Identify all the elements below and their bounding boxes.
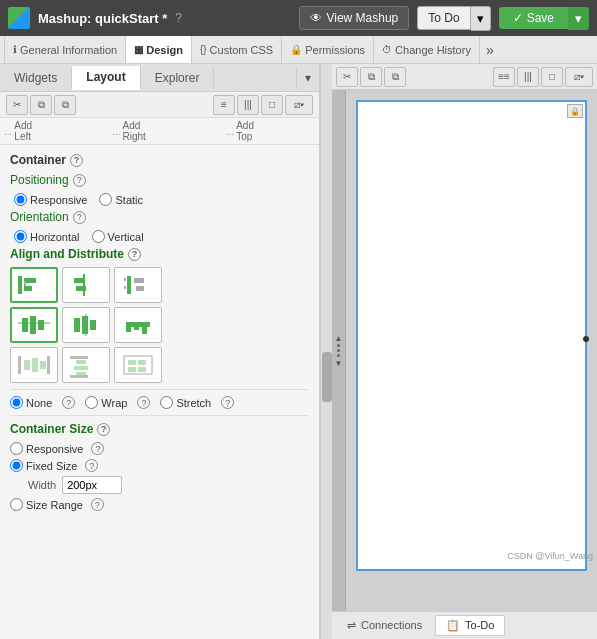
orientation-vertical-radio[interactable]	[92, 230, 105, 243]
wrap-none-label[interactable]: None	[10, 396, 52, 409]
tab-connections[interactable]: ⇌ Connections	[336, 615, 433, 636]
align-icon-3	[120, 272, 156, 298]
nav-up-arrow[interactable]: ▲	[333, 332, 345, 344]
align-center-button[interactable]: |||	[237, 95, 259, 115]
paste-button[interactable]: ⧉	[54, 95, 76, 115]
size-range-label[interactable]: Size Range	[10, 498, 83, 511]
app-help-icon[interactable]: ?	[175, 11, 182, 25]
tab-design[interactable]: ▦ Design	[126, 36, 192, 63]
wrap-wrap-radio[interactable]	[85, 396, 98, 409]
tab-change-history[interactable]: ⏱ Change History	[374, 36, 480, 63]
canvas-area: ▲ ▼ 🔒 CSDN @Vifun_Wang	[332, 90, 597, 611]
wrap-wrap-help[interactable]: ?	[137, 396, 150, 409]
width-input[interactable]	[62, 476, 122, 494]
canvas-halign-button[interactable]: ≡≡	[493, 67, 515, 87]
align-btn-6[interactable]	[114, 307, 162, 343]
save-caret-button[interactable]: ▾	[568, 7, 589, 30]
size-fixed-radio[interactable]	[10, 459, 23, 472]
width-row: Width	[28, 476, 309, 494]
orientation-help-icon[interactable]: ?	[73, 211, 86, 224]
wrap-none-help[interactable]: ?	[62, 396, 75, 409]
align-btn-9[interactable]	[114, 347, 162, 383]
add-left-button[interactable]: Add Left	[4, 120, 32, 142]
orientation-row: Orientation ? Horizontal Vertical	[10, 210, 309, 243]
tab-permissions[interactable]: 🔒 Permissions	[282, 36, 374, 63]
size-responsive-label[interactable]: Responsive	[10, 442, 83, 455]
sub-tab-dropdown[interactable]: ▾	[296, 67, 319, 89]
canvas-valign-button[interactable]: |||	[517, 67, 539, 87]
align-btn-8[interactable]	[62, 347, 110, 383]
wrap-wrap-label[interactable]: Wrap	[85, 396, 127, 409]
nav-down-arrow[interactable]: ▼	[333, 357, 345, 369]
tab-widgets[interactable]: Widgets	[0, 67, 72, 89]
align-fit-button[interactable]: □	[261, 95, 283, 115]
tab-todo[interactable]: 📋 To-Do	[435, 615, 505, 636]
cut-button[interactable]: ✂	[6, 95, 28, 115]
orientation-horizontal-label[interactable]: Horizontal	[14, 230, 80, 243]
save-button[interactable]: ✓ Save	[499, 7, 568, 29]
positioning-responsive-label[interactable]: Responsive	[14, 193, 87, 206]
align-btn-4[interactable]	[10, 307, 58, 343]
left-scrollbar[interactable]	[320, 64, 332, 639]
canvas-box[interactable]: 🔒	[356, 100, 587, 571]
svg-rect-3	[24, 281, 26, 286]
size-range-help[interactable]: ?	[91, 498, 104, 511]
canvas-fit-button[interactable]: □	[541, 67, 563, 87]
tab-explorer[interactable]: Explorer	[141, 67, 215, 89]
canvas-main[interactable]: 🔒 CSDN @Vifun_Wang	[346, 90, 597, 611]
tab-layout[interactable]: Layout	[72, 66, 140, 90]
align-icon-2	[68, 272, 104, 298]
align-btn-5[interactable]	[62, 307, 110, 343]
align-icon-8	[68, 352, 104, 378]
nav-tabs: ℹ General Information ▦ Design {} Custom…	[0, 36, 597, 64]
width-label: Width	[28, 479, 56, 491]
align-btn-3[interactable]	[114, 267, 162, 303]
canvas-view-button[interactable]: ⧄▾	[565, 67, 593, 87]
svg-rect-27	[40, 361, 46, 369]
positioning-responsive-radio[interactable]	[14, 193, 27, 206]
align-btn-2[interactable]	[62, 267, 110, 303]
positioning-static-radio[interactable]	[99, 193, 112, 206]
canvas-copy-button[interactable]: ⧉	[360, 67, 382, 87]
add-top-button[interactable]: Add Top	[226, 120, 254, 142]
canvas-paste-button[interactable]: ⧉	[384, 67, 406, 87]
top-bar: Mashup: quickStart * ? 👁 View Mashup To …	[0, 0, 597, 36]
align-btn-1[interactable]	[10, 267, 58, 303]
container-help-icon[interactable]: ?	[70, 154, 83, 167]
svg-rect-18	[82, 316, 88, 334]
todo-caret-button[interactable]: ▾	[471, 6, 491, 31]
todo-button[interactable]: To Do	[417, 6, 470, 30]
view-options-button[interactable]: ⧄▾	[285, 95, 313, 115]
positioning-static-label[interactable]: Static	[99, 193, 143, 206]
align-left-button[interactable]: ≡	[213, 95, 235, 115]
svg-rect-7	[134, 278, 144, 283]
wrap-stretch-help[interactable]: ?	[221, 396, 234, 409]
wrap-none-radio[interactable]	[10, 396, 23, 409]
container-size-help[interactable]: ?	[97, 423, 110, 436]
align-btn-7[interactable]	[10, 347, 58, 383]
wrap-stretch-label[interactable]: Stretch	[160, 396, 211, 409]
size-responsive-row: Responsive ?	[10, 442, 309, 455]
more-tabs-button[interactable]: »	[480, 38, 500, 62]
svg-rect-29	[70, 356, 88, 359]
size-fixed-label[interactable]: Fixed Size	[10, 459, 77, 472]
size-responsive-help[interactable]: ?	[91, 442, 104, 455]
canvas-cut-button[interactable]: ✂	[336, 67, 358, 87]
size-responsive-radio[interactable]	[10, 442, 23, 455]
canvas-resize-handle[interactable]	[583, 336, 589, 342]
view-mashup-button[interactable]: 👁 View Mashup	[299, 6, 409, 30]
positioning-help-icon[interactable]: ?	[73, 174, 86, 187]
tab-general-info[interactable]: ℹ General Information	[4, 36, 126, 63]
wrap-stretch-radio[interactable]	[160, 396, 173, 409]
svg-rect-10	[124, 286, 126, 289]
copy-button[interactable]: ⧉	[30, 95, 52, 115]
add-right-button[interactable]: Add Right	[112, 120, 146, 142]
svg-rect-36	[138, 360, 146, 365]
tab-custom-css[interactable]: {} Custom CSS	[192, 36, 282, 63]
orientation-vertical-label[interactable]: Vertical	[92, 230, 144, 243]
positioning-options: Responsive Static	[14, 193, 309, 206]
size-fixed-help[interactable]: ?	[85, 459, 98, 472]
size-range-radio[interactable]	[10, 498, 23, 511]
orientation-horizontal-radio[interactable]	[14, 230, 27, 243]
align-distribute-help-icon[interactable]: ?	[128, 248, 141, 261]
